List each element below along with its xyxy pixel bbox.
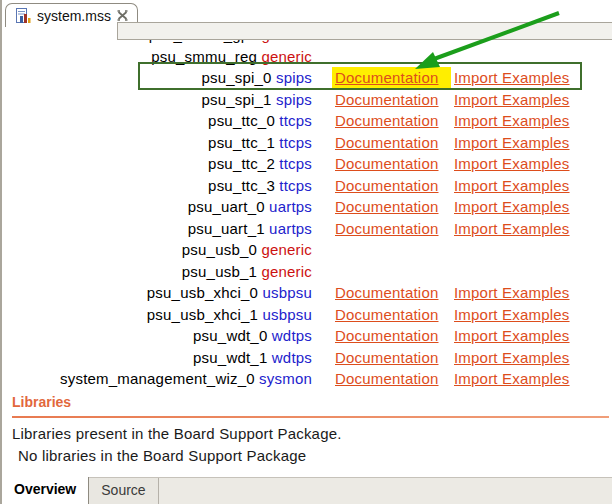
peripheral-name: psu_usb_xhci_0 <box>147 284 263 301</box>
driver-name: uartps <box>269 198 312 215</box>
peripheral-cell: psu_uart_1 uartps <box>2 218 312 240</box>
links-cell: DocumentationImport Examples <box>335 218 570 240</box>
import-examples-link[interactable]: Import Examples <box>454 89 570 111</box>
documentation-link[interactable]: Documentation <box>335 175 454 197</box>
import-examples-link[interactable]: Import Examples <box>454 132 570 154</box>
import-examples-link[interactable]: Import Examples <box>454 325 570 347</box>
links-cell: DocumentationImport Examples <box>335 153 570 175</box>
driver-name: usbpsu <box>262 284 312 301</box>
table-row: psu_ttc_0 ttcpsDocumentationImport Examp… <box>2 110 612 132</box>
import-examples-link[interactable]: Import Examples <box>454 282 570 304</box>
import-examples-link[interactable]: Import Examples <box>454 153 570 175</box>
peripheral-name: psu_usb_xhci_1 <box>147 306 263 323</box>
table-row: psu_uart_0 uartpsDocumentationImport Exa… <box>2 196 612 218</box>
links-cell: DocumentationImport Examples <box>335 175 570 197</box>
documentation-link[interactable]: Documentation <box>335 132 454 154</box>
peripheral-cell: psu_ttc_3 ttcps <box>2 175 312 197</box>
table-row: psu_smmu_reg generic <box>2 46 612 68</box>
links-cell: DocumentationImport Examples <box>335 282 570 304</box>
driver-name: generic <box>261 241 312 258</box>
links-cell: DocumentationImport Examples <box>335 132 570 154</box>
documentation-link[interactable]: Documentation <box>335 89 454 111</box>
peripheral-name: system_management_wiz_0 <box>60 370 259 387</box>
peripheral-name: psu_spi_0 <box>201 69 276 86</box>
mss-editor-window: psu_smmu_gpv genericpsu_smmu_reg generic… <box>0 0 612 504</box>
libraries-section-separator <box>12 416 609 418</box>
documentation-link[interactable]: Documentation <box>335 110 454 132</box>
bottom-tab-source[interactable]: Source <box>89 478 158 504</box>
libraries-empty-message: No libraries in the Board Support Packag… <box>18 447 306 464</box>
table-row: psu_ttc_2 ttcpsDocumentationImport Examp… <box>2 153 612 175</box>
driver-name: usbpsu <box>262 306 312 323</box>
editor-tab-strip: system.mss <box>2 0 612 40</box>
close-icon[interactable] <box>117 10 128 21</box>
links-cell: DocumentationImport Examples <box>335 325 570 347</box>
peripheral-cell: psu_ttc_1 ttcps <box>2 132 312 154</box>
table-row: psu_ttc_3 ttcpsDocumentationImport Examp… <box>2 175 612 197</box>
table-row: psu_usb_0 generic <box>2 239 612 261</box>
import-examples-link[interactable]: Import Examples <box>454 347 570 369</box>
peripheral-name: psu_spi_1 <box>201 91 276 108</box>
peripheral-cell: psu_usb_0 generic <box>2 239 312 261</box>
peripheral-cell: psu_ttc_0 ttcps <box>2 110 312 132</box>
table-row: psu_wdt_1 wdtpsDocumentationImport Examp… <box>2 347 612 369</box>
import-examples-link[interactable]: Import Examples <box>454 304 570 326</box>
editor-tab-title: system.mss <box>37 8 111 24</box>
peripheral-name: psu_ttc_1 <box>208 134 279 151</box>
driver-name: ttcps <box>279 112 312 129</box>
peripheral-name: psu_usb_1 <box>182 263 262 280</box>
documentation-link[interactable]: Documentation <box>335 196 454 218</box>
peripheral-name: psu_uart_1 <box>188 220 269 237</box>
driver-name: ttcps <box>279 155 312 172</box>
peripheral-rows: psu_smmu_gpv genericpsu_smmu_reg generic… <box>2 24 612 390</box>
peripheral-cell: psu_uart_0 uartps <box>2 196 312 218</box>
documentation-link[interactable]: Documentation <box>335 325 454 347</box>
driver-name: ttcps <box>279 177 312 194</box>
links-cell: DocumentationImport Examples <box>335 89 570 111</box>
mss-file-icon <box>15 8 31 24</box>
peripheral-cell: psu_usb_xhci_0 usbpsu <box>2 282 312 304</box>
peripheral-cell: psu_usb_xhci_1 usbpsu <box>2 304 312 326</box>
import-examples-link[interactable]: Import Examples <box>454 196 570 218</box>
peripheral-cell: psu_wdt_0 wdtps <box>2 325 312 347</box>
peripheral-name: psu_smmu_reg <box>151 48 261 65</box>
documentation-link[interactable]: Documentation <box>335 282 454 304</box>
links-cell: DocumentationImport Examples <box>335 347 570 369</box>
peripheral-cell: system_management_wiz_0 sysmon <box>2 368 312 390</box>
documentation-link[interactable]: Documentation <box>335 368 454 390</box>
import-examples-link[interactable]: Import Examples <box>454 368 570 390</box>
table-row: psu_spi_1 spipsDocumentationImport Examp… <box>2 89 612 111</box>
links-cell: DocumentationImport Examples <box>335 110 570 132</box>
documentation-link[interactable]: Documentation <box>332 67 451 89</box>
driver-name: spips <box>276 69 312 86</box>
peripheral-name: psu_usb_0 <box>182 241 262 258</box>
documentation-link[interactable]: Documentation <box>335 347 454 369</box>
peripheral-name: psu_ttc_2 <box>208 155 279 172</box>
documentation-link[interactable]: Documentation <box>335 304 454 326</box>
driver-name: wdtps <box>272 349 312 366</box>
peripheral-cell: psu_spi_1 spips <box>2 89 312 111</box>
import-examples-link[interactable]: Import Examples <box>454 218 570 240</box>
peripheral-name: psu_wdt_1 <box>193 349 272 366</box>
import-examples-link[interactable]: Import Examples <box>454 110 570 132</box>
driver-name: generic <box>261 48 312 65</box>
bottom-tab-overview[interactable]: Overview <box>2 477 89 504</box>
table-row: psu_usb_1 generic <box>2 261 612 283</box>
peripheral-name: psu_wdt_0 <box>193 327 272 344</box>
peripheral-name: psu_ttc_3 <box>208 177 279 194</box>
driver-name: wdtps <box>272 327 312 344</box>
table-row: psu_ttc_1 ttcpsDocumentationImport Examp… <box>2 132 612 154</box>
documentation-link[interactable]: Documentation <box>335 153 454 175</box>
libraries-description: Libraries present in the Board Support P… <box>12 425 342 442</box>
driver-name: uartps <box>269 220 312 237</box>
peripheral-cell: psu_spi_0 spips <box>2 67 312 89</box>
peripheral-name: psu_uart_0 <box>188 198 269 215</box>
driver-name: ttcps <box>279 134 312 151</box>
peripheral-cell: psu_ttc_2 ttcps <box>2 153 312 175</box>
peripheral-cell: psu_wdt_1 wdtps <box>2 347 312 369</box>
documentation-link[interactable]: Documentation <box>335 218 454 240</box>
import-examples-link[interactable]: Import Examples <box>454 67 570 89</box>
import-examples-link[interactable]: Import Examples <box>454 175 570 197</box>
links-cell: DocumentationImport Examples <box>335 67 570 89</box>
driver-name: sysmon <box>259 370 312 387</box>
